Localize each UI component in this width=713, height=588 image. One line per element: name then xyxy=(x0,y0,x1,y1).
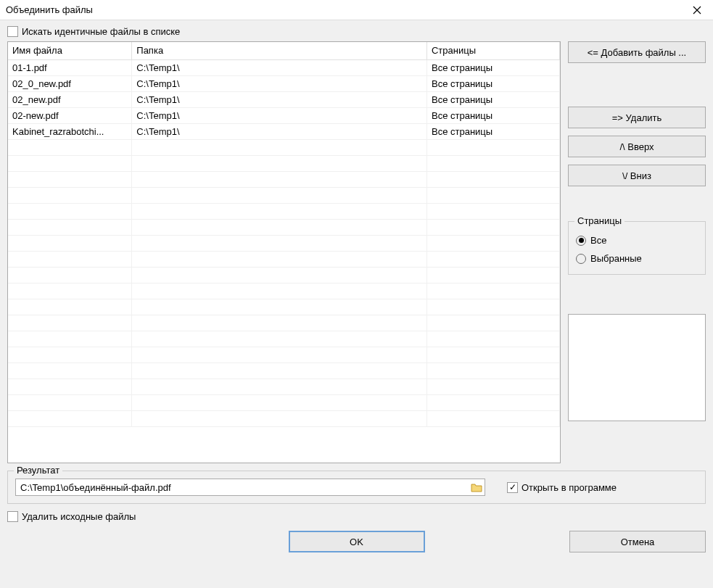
cell-folder[interactable] xyxy=(132,267,427,283)
table-row[interactable] xyxy=(8,251,560,267)
cell-name[interactable]: 02-new.pdf xyxy=(8,107,132,123)
cell-name[interactable] xyxy=(8,267,132,283)
add-files-button[interactable]: <= Добавить файлы ... xyxy=(568,41,706,63)
cell-pages[interactable] xyxy=(426,347,559,363)
radio-selected[interactable] xyxy=(576,254,586,264)
table-row[interactable] xyxy=(8,315,560,331)
col-header-pages[interactable]: Страницы xyxy=(426,42,559,59)
table-row[interactable]: 02-new.pdfC:\Temp1\Все страницы xyxy=(8,107,560,123)
cell-name[interactable] xyxy=(8,378,132,394)
table-row[interactable] xyxy=(8,267,560,283)
cell-name[interactable] xyxy=(8,187,132,203)
cell-folder[interactable]: C:\Temp1\ xyxy=(132,59,427,75)
cell-folder[interactable] xyxy=(132,235,427,251)
cell-pages[interactable] xyxy=(426,219,559,235)
table-row[interactable] xyxy=(8,219,560,235)
table-row[interactable] xyxy=(8,331,560,347)
cell-name[interactable] xyxy=(8,283,132,299)
cell-name[interactable] xyxy=(8,155,132,171)
cell-name[interactable]: 02_0_new.pdf xyxy=(8,75,132,91)
cell-folder[interactable] xyxy=(132,347,427,363)
cell-name[interactable]: 01-1.pdf xyxy=(8,59,132,75)
cell-folder[interactable] xyxy=(132,410,427,426)
cell-folder[interactable]: C:\Temp1\ xyxy=(132,91,427,107)
cell-pages[interactable] xyxy=(426,331,559,347)
cell-folder[interactable] xyxy=(132,139,427,155)
table-row[interactable]: 01-1.pdfC:\Temp1\Все страницы xyxy=(8,59,560,75)
cell-folder[interactable] xyxy=(132,155,427,171)
close-button[interactable] xyxy=(681,0,713,20)
result-path-input[interactable] xyxy=(15,479,485,496)
cell-pages[interactable]: Все страницы xyxy=(426,91,559,107)
files-table[interactable]: Имя файла Папка Страницы 01-1.pdfC:\Temp… xyxy=(7,41,561,463)
table-row[interactable] xyxy=(8,203,560,219)
cell-name[interactable]: 02_new.pdf xyxy=(8,91,132,107)
cancel-button[interactable]: Отмена xyxy=(569,531,706,552)
ok-button[interactable]: OK xyxy=(289,531,425,552)
table-row[interactable] xyxy=(8,299,560,315)
move-down-button[interactable]: \/ Вниз xyxy=(568,165,706,186)
table-row[interactable] xyxy=(8,347,560,363)
cell-folder[interactable] xyxy=(132,171,427,187)
delete-source-checkbox[interactable] xyxy=(7,511,18,522)
cell-name[interactable] xyxy=(8,219,132,235)
table-row[interactable]: 02_0_new.pdfC:\Temp1\Все страницы xyxy=(8,75,560,91)
cell-pages[interactable] xyxy=(426,315,559,331)
cell-name[interactable] xyxy=(8,171,132,187)
cell-pages[interactable]: Все страницы xyxy=(426,123,559,139)
cell-name[interactable]: Kabinet_razrabotchi... xyxy=(8,123,132,139)
cell-pages[interactable] xyxy=(426,410,559,426)
delete-button[interactable]: => Удалить xyxy=(568,107,706,128)
table-row[interactable] xyxy=(8,235,560,251)
table-row[interactable]: 02_new.pdfC:\Temp1\Все страницы xyxy=(8,91,560,107)
cell-name[interactable] xyxy=(8,410,132,426)
open-in-program-row[interactable]: Открыть в программе xyxy=(507,482,617,493)
cell-pages[interactable] xyxy=(426,203,559,219)
table-row[interactable] xyxy=(8,187,560,203)
cell-pages[interactable] xyxy=(426,299,559,315)
table-row[interactable] xyxy=(8,139,560,155)
cell-folder[interactable] xyxy=(132,299,427,315)
cell-pages[interactable] xyxy=(426,251,559,267)
browse-icon[interactable] xyxy=(471,481,482,493)
cell-folder[interactable] xyxy=(132,203,427,219)
table-row[interactable] xyxy=(8,363,560,378)
delete-source-row[interactable]: Удалить исходные файлы xyxy=(7,511,706,522)
cell-pages[interactable] xyxy=(426,139,559,155)
cell-folder[interactable] xyxy=(132,363,427,378)
cell-pages[interactable] xyxy=(426,363,559,378)
col-header-folder[interactable]: Папка xyxy=(132,42,427,59)
radio-all[interactable] xyxy=(576,236,586,246)
move-up-button[interactable]: /\ Вверх xyxy=(568,136,706,157)
cell-pages[interactable] xyxy=(426,267,559,283)
cell-pages[interactable]: Все страницы xyxy=(426,107,559,123)
table-row[interactable] xyxy=(8,283,560,299)
cell-folder[interactable] xyxy=(132,219,427,235)
cell-folder[interactable] xyxy=(132,331,427,347)
cell-name[interactable] xyxy=(8,203,132,219)
cell-name[interactable] xyxy=(8,139,132,155)
cell-name[interactable] xyxy=(8,331,132,347)
cell-pages[interactable] xyxy=(426,394,559,410)
search-identical-checkbox[interactable] xyxy=(7,26,18,37)
cell-pages[interactable] xyxy=(426,283,559,299)
radio-all-row[interactable]: Все xyxy=(576,235,698,246)
cell-folder[interactable] xyxy=(132,283,427,299)
cell-folder[interactable]: C:\Temp1\ xyxy=(132,123,427,139)
cell-folder[interactable] xyxy=(132,315,427,331)
table-row[interactable] xyxy=(8,394,560,410)
cell-name[interactable] xyxy=(8,315,132,331)
table-row[interactable] xyxy=(8,378,560,394)
cell-pages[interactable]: Все страницы xyxy=(426,75,559,91)
cell-pages[interactable] xyxy=(426,155,559,171)
cell-name[interactable] xyxy=(8,347,132,363)
cell-name[interactable] xyxy=(8,299,132,315)
cell-folder[interactable]: C:\Temp1\ xyxy=(132,107,427,123)
table-row[interactable]: Kabinet_razrabotchi...C:\Temp1\Все стран… xyxy=(8,123,560,139)
table-row[interactable] xyxy=(8,171,560,187)
cell-folder[interactable] xyxy=(132,251,427,267)
cell-folder[interactable] xyxy=(132,378,427,394)
cell-pages[interactable] xyxy=(426,378,559,394)
cell-pages[interactable] xyxy=(426,235,559,251)
cell-name[interactable] xyxy=(8,251,132,267)
